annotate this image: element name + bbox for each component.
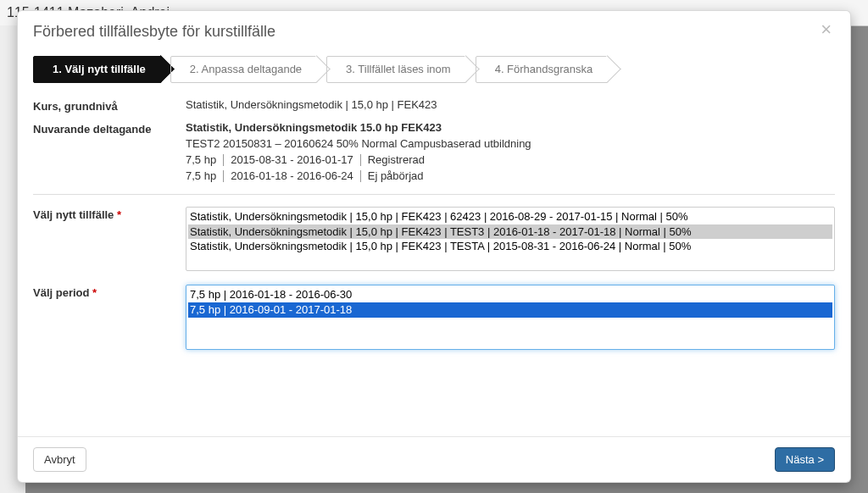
row-current: Nuvarande deltagande Statistik, Undersök… [33,121,835,182]
divider [33,194,835,195]
next-button[interactable]: Nästa > [775,447,835,472]
cancel-button[interactable]: Avbryt [33,447,86,472]
modal-body: 1. Välj nytt tillfälle2. Anpassa deltaga… [18,49,850,436]
wizard-step[interactable]: 2. Anpassa deltagande [170,56,318,83]
row-course: Kurs, grundnivå Statistik, Undersöknings… [33,98,835,113]
label-new: Välj nytt tillfälle * [33,207,186,271]
modal-footer: Avbryt Nästa > [18,436,850,482]
current-title: Statistik, Undersökningsmetodik 15.0 hp … [186,121,835,134]
current-line-0: 7,5 hp2015-08-31 - 2016-01-17Registrerad [186,153,835,166]
value-current: Statistik, Undersökningsmetodik 15.0 hp … [186,121,835,182]
label-period: Välj period * [33,285,186,349]
modal: × Förbered tillfällesbyte för kurstillfä… [17,10,851,483]
select-period[interactable]: 7,5 hp | 2016-01-18 - 2016-06-307,5 hp |… [186,285,835,349]
close-icon[interactable]: × [815,19,837,40]
label-current: Nuvarande deltagande [33,121,186,182]
wizard-step: 1. Välj nytt tillfälle [33,56,162,83]
wizard-steps: 1. Välj nytt tillfälle2. Anpassa deltaga… [33,56,835,83]
current-line-1: 7,5 hp2016-01-18 - 2016-06-24Ej påbörjad [186,169,835,182]
value-course: Statistik, Undersökningsmetodik | 15,0 h… [186,98,835,113]
wizard-step[interactable]: 4. Förhandsgranska [476,56,609,83]
select-tillfalle[interactable]: Statistik, Undersökningsmetodik | 15,0 h… [186,207,835,271]
modal-header: Förbered tillfällesbyte för kurstillfäll… [18,11,850,49]
label-course: Kurs, grundnivå [33,98,186,113]
wizard-step[interactable]: 3. Tillfället läses inom [326,56,467,83]
current-sub: TEST2 20150831 – 20160624 50% Normal Cam… [186,137,835,150]
row-new-tillfalle: Välj nytt tillfälle * Statistik, Undersö… [33,207,835,271]
modal-title: Förbered tillfällesbyte för kurstillfäll… [33,23,835,41]
row-period: Välj period * 7,5 hp | 2016-01-18 - 2016… [33,285,835,349]
